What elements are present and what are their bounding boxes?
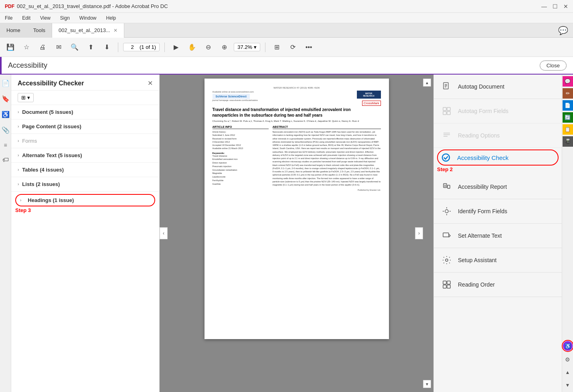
identify-form-label: Identify Form Fields [458,208,507,214]
window-close-button[interactable]: ✕ [563,3,568,10]
upload-button[interactable]: ⬆ [84,41,97,54]
far-right-icon-scroll-down[interactable]: ▼ [563,380,573,390]
menu-sign[interactable]: Sign [59,14,71,22]
email-button[interactable]: ✉ [52,41,65,54]
title-bar-controls[interactable]: — ☐ ✕ [541,3,568,10]
fit-page-button[interactable]: ⊞ [270,41,283,54]
right-panel-identify-form[interactable]: Identify Form Fields [434,199,562,224]
water-research-badge: WATER RESEARCH [357,91,381,99]
left-icon-pages[interactable]: 📄 [0,78,11,89]
print-button[interactable]: 🖨 [36,41,49,54]
pdf-journal-url: journal homepage: www.elsevier.com/locat… [213,99,258,101]
zoom-dropdown-icon[interactable]: ▾ [254,44,257,50]
pdf-nav-left-button[interactable]: ‹ [160,227,168,239]
bookmark-button[interactable]: ☆ [20,41,33,54]
right-panel-acc-report[interactable]: Accessibility Report [434,175,562,199]
acc-item-lists[interactable]: › Lists (2 issues) [11,177,159,192]
pdf-scroll-area[interactable]: WATER RESEARCH 47 (2013) 4095–4106 Avail… [160,75,433,392]
download-button[interactable]: ⬇ [100,41,113,54]
tab-tools[interactable]: Tools [27,23,52,38]
right-panel-acc-check-highlight[interactable]: Accessibility Check [437,150,559,166]
pdf-header-bar: WATER RESEARCH 47 (2013) 4095–4106 [213,87,381,89]
svg-rect-5 [447,107,450,111]
autotag-doc-label: Autotag Document [458,83,504,90]
options-arrow: ▾ [27,95,30,101]
svg-rect-9 [443,184,447,188]
maximize-button[interactable]: ☐ [553,3,558,10]
far-right-icon-export[interactable]: 🔄 [563,112,573,123]
menu-view[interactable]: View [38,14,52,22]
pdf-scroll-up-button[interactable]: ▲ [423,79,431,87]
menu-file[interactable]: File [3,14,14,22]
menu-help[interactable]: Help [105,14,118,22]
far-right-icon-pen[interactable]: ✏ [563,88,573,99]
acc-item-forms-arrow: › [18,139,19,143]
right-panel-setup-assistant[interactable]: Setup Assistant [434,248,562,273]
step1-acc-icon-circle[interactable]: ♿ [562,340,573,352]
svg-rect-10 [447,185,450,188]
rotate-button[interactable]: ⟳ [286,41,299,54]
svg-rect-17 [447,281,450,284]
acc-options-button[interactable]: ⊞ ▾ [18,93,34,102]
zoom-in-button[interactable]: ⊕ [218,41,231,54]
acc-item-alt-text-label: Alternate Text (5 issues) [22,152,82,158]
reading-order-icon [440,278,453,291]
pdf-scroll-down-button[interactable]: ▼ [423,380,431,388]
pdf-col-abstract: ABSTRACT Nanoscale zerovalent iron (NZVI… [273,125,381,191]
pdf-nav-right-button[interactable]: › [415,227,423,239]
right-panel-set-alt-text[interactable]: Set Alternate Text [434,224,562,248]
left-icon-tags[interactable]: 🏷 [1,155,10,165]
far-right-icon-organize[interactable]: 📋 [563,124,573,135]
save-button[interactable]: 💾 [4,41,17,54]
tab-home[interactable]: Home [0,23,27,38]
right-panel-autotag-form[interactable]: Autotag Form Fields [434,99,562,123]
hand-tool[interactable]: ✋ [186,41,198,54]
acc-item-document-arrow: › [18,110,19,114]
acc-item-page-content[interactable]: › Page Content (2 issues) [11,119,159,134]
svg-point-13 [445,210,448,213]
right-panel-reading-order[interactable]: Reading Order [434,273,562,297]
acc-item-headings-wrapper: › Headings (1 issue) Step 3 [11,192,159,216]
page-number-input[interactable] [127,44,138,50]
pdf-keywords-list: Travel distance Emulsified zerovalent ir… [213,154,269,186]
acc-panel-close-button[interactable]: ✕ [148,79,153,87]
acc-item-headings-highlight[interactable]: › Headings (1 issue) [15,194,155,206]
autotag-form-icon [440,105,453,117]
menu-window[interactable]: Window [78,14,98,22]
close-accessibility-button[interactable]: Close [540,61,567,71]
acc-item-alt-text[interactable]: › Alternate Text (5 issues) [11,148,159,163]
acc-item-document[interactable]: › Document (5 issues) [11,105,159,119]
tab-document[interactable]: 002_su_et_al._2013... ✕ [52,23,124,38]
far-right-icon-scan[interactable]: 📠 [563,136,573,147]
accessibility-icon[interactable]: ♿ [563,341,573,351]
zoom-out-button[interactable]: ⊖ [202,41,215,54]
acc-report-label: Accessibility Report [458,184,507,190]
far-right-icon-gear[interactable]: ⚙ [563,354,573,365]
acc-item-forms[interactable]: › Forms [11,134,159,148]
far-right-icon-scroll-up[interactable]: ▲ [563,367,573,378]
pdf-title: Travel distance and transformation of in… [213,107,362,118]
menu-edit[interactable]: Edit [20,14,32,22]
left-icon-accessibility[interactable]: ♿ [0,109,11,120]
left-icon-bookmarks[interactable]: 🔖 [0,93,11,104]
autotag-doc-icon [440,80,453,93]
toolbar-separator-2 [164,42,165,52]
left-icon-attachments[interactable]: 📎 [0,125,11,135]
svg-rect-18 [443,285,446,288]
tab-close-icon[interactable]: ✕ [113,28,117,33]
toolbar-separator-3 [265,42,265,52]
water-research-label2: RESEARCH [360,95,378,97]
minimize-button[interactable]: — [541,3,547,10]
set-alt-text-icon [440,229,453,242]
zoom-selector[interactable]: 37.2% ▾ [234,43,260,51]
right-panel-autotag-doc[interactable]: Autotag Document [434,75,562,99]
more-tools-button[interactable]: ••• [302,41,315,54]
far-right-icon-pdf[interactable]: 📄 [563,100,573,111]
left-icon-layers[interactable]: ≡ [2,140,8,150]
chat-icon[interactable]: 💬 [558,26,568,35]
select-tool[interactable]: ▶ [170,41,182,54]
search-button[interactable]: 🔍 [68,41,81,54]
right-panel-reading-options[interactable]: Reading Options [434,123,562,148]
acc-item-tables[interactable]: › Tables (4 issues) [11,163,159,177]
far-right-icon-comment[interactable]: 💬 [563,76,573,87]
